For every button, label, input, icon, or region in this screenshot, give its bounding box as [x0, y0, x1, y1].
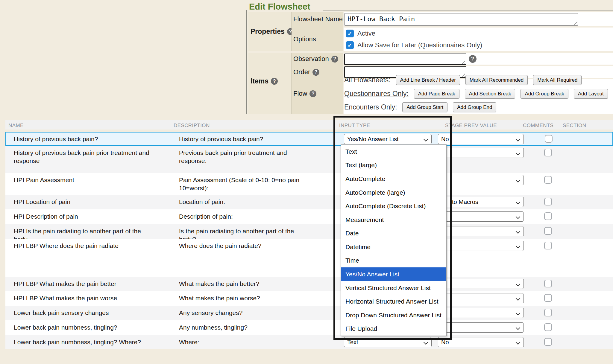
- comments-checkbox[interactable]: [544, 280, 552, 287]
- option-label: Active: [357, 30, 375, 37]
- dropdown-option[interactable]: AutoComplete: [341, 172, 446, 186]
- observation-help-icon[interactable]: ?: [331, 56, 338, 63]
- comments-checkbox[interactable]: [544, 176, 552, 184]
- input-type-select[interactable]: Yes/No Answer List: [344, 134, 432, 144]
- row-description: Description of pain:: [179, 212, 308, 220]
- add-layout-button[interactable]: Add Layout: [574, 89, 608, 99]
- chevron-down-icon: [516, 282, 521, 287]
- items-help-icon[interactable]: ?: [271, 78, 278, 85]
- table-row[interactable]: Lower back pain numbness, tingling?Any n…: [5, 320, 613, 335]
- column-header-name: NAME: [8, 123, 24, 129]
- comments-checkbox[interactable]: [545, 135, 553, 143]
- items-label: Items ?: [251, 77, 278, 85]
- chevron-down-icon: [516, 296, 521, 301]
- mark-all-recommended-button[interactable]: Mark All Recommended: [465, 75, 528, 85]
- add-line-break-header-button[interactable]: Add Line Break / Header: [396, 75, 460, 85]
- chevron-down-icon: [516, 178, 521, 183]
- dropdown-option[interactable]: Time: [341, 254, 446, 268]
- input-type-select[interactable]: Text: [344, 337, 432, 347]
- chevron-down-icon: [516, 244, 521, 249]
- dropdown-option-selected[interactable]: Yes/No Answer List: [341, 267, 446, 281]
- properties-label-text: Properties: [251, 28, 285, 36]
- dropdown-option[interactable]: Datetime: [341, 240, 446, 254]
- dropdown-option[interactable]: Vertical Structured Answer List: [341, 281, 446, 295]
- stage-prev-value-select[interactable]: [438, 241, 524, 251]
- comments-checkbox[interactable]: [544, 294, 552, 302]
- add-group-end-button[interactable]: Add Group End: [453, 102, 496, 112]
- stage-prev-value-select[interactable]: [438, 279, 524, 289]
- dropdown-option[interactable]: Text (large): [341, 159, 446, 172]
- column-header-section: SECTION: [563, 123, 586, 129]
- table-row[interactable]: HPI Location of painLocation of pain:to …: [5, 195, 613, 209]
- row-description: Location of pain:: [179, 198, 308, 206]
- table-row[interactable]: HPI Is the pain radiating to another par…: [5, 224, 613, 239]
- column-header-input-type: INPUT TYPE: [339, 123, 370, 129]
- checkbox-checked-icon[interactable]: ✓: [346, 30, 354, 37]
- row-description: Any numbness, tingling?: [179, 323, 308, 331]
- flowsheet-name-label: Flowsheet Name: [293, 15, 343, 23]
- table-header-row: NAMEDESCRIPTIONINPUT TYPESTAGE PREV VALU…: [5, 120, 613, 130]
- observation-input[interactable]: [344, 54, 466, 65]
- table-row[interactable]: History of previous back pain prior trea…: [5, 146, 613, 173]
- table-row[interactable]: HPI LBP Where does the pain radiateWhere…: [5, 239, 613, 277]
- stage-prev-value-select[interactable]: [438, 293, 524, 303]
- table-row[interactable]: HPI LBP What makes the pain worseWhat ma…: [5, 291, 613, 306]
- column-header-comments: COMMENTS: [523, 123, 553, 129]
- add-group-break-button[interactable]: Add Group Break: [521, 89, 568, 99]
- properties-label: Properties ?: [251, 28, 294, 36]
- add-page-break-button[interactable]: Add Page Break: [414, 89, 459, 99]
- row-name: History of previous back pain prior trea…: [14, 149, 153, 165]
- table-row[interactable]: HPI Pain AssessmentPain Assessment (Scal…: [5, 173, 613, 195]
- stage-prev-value-select[interactable]: [438, 175, 524, 185]
- observation-extra-help-icon[interactable]: ?: [469, 55, 477, 63]
- resize-handle-icon[interactable]: [461, 60, 465, 64]
- dropdown-option[interactable]: Measurement: [341, 213, 446, 227]
- stage-prev-value-select[interactable]: to Macros: [438, 197, 524, 207]
- dropdown-option[interactable]: Drop Down Structured Answer List: [341, 308, 446, 322]
- flow-group: Questionnaires Only:Add Page BreakAdd Se…: [344, 89, 613, 99]
- dropdown-option[interactable]: AutoComplete (Discrete List): [341, 199, 446, 213]
- table-row[interactable]: HPI Description of painDescription of pa…: [5, 209, 613, 224]
- dropdown-option[interactable]: AutoComplete (large): [341, 186, 446, 199]
- table-row[interactable]: HPI LBP What makes the pain betterWhat m…: [5, 277, 613, 291]
- stage-prev-value-select[interactable]: [438, 148, 524, 158]
- add-group-start-button[interactable]: Add Group Start: [402, 102, 447, 112]
- mark-all-required-button[interactable]: Mark All Required: [533, 75, 582, 85]
- comments-checkbox[interactable]: [544, 338, 552, 346]
- flow-group: Encounters Only:Add Group StartAdd Group…: [344, 102, 496, 112]
- stage-prev-value-select[interactable]: [438, 226, 524, 236]
- comments-checkbox[interactable]: [544, 227, 552, 235]
- comments-checkbox[interactable]: [544, 149, 552, 156]
- flow-group: All Flowsheets:Add Line Break / HeaderMa…: [344, 75, 582, 85]
- comments-checkbox[interactable]: [544, 309, 552, 316]
- flowsheet-name-input[interactable]: HPI-Low Back Pain: [344, 13, 578, 26]
- comments-checkbox[interactable]: [544, 212, 552, 220]
- row-name: HPI Pain Assessment: [14, 176, 153, 184]
- table-row[interactable]: History of previous back pain?History of…: [5, 132, 613, 146]
- flow-help-icon[interactable]: ?: [309, 90, 316, 97]
- dropdown-option[interactable]: File Upload: [341, 322, 446, 336]
- add-section-break-button[interactable]: Add Section Break: [465, 89, 515, 99]
- option-label: Allow Save for Later (Questionnaires Onl…: [357, 41, 482, 49]
- dropdown-option[interactable]: Text: [341, 145, 446, 159]
- stage-prev-value-select[interactable]: No: [438, 337, 524, 347]
- stage-prev-value-select[interactable]: [438, 211, 524, 222]
- checkbox-checked-icon[interactable]: ✓: [346, 41, 354, 49]
- table-row[interactable]: Lower back pain sensory changesAny senso…: [5, 306, 613, 320]
- chevron-down-icon: [516, 340, 521, 345]
- stage-prev-value-select[interactable]: [438, 308, 524, 318]
- comments-checkbox[interactable]: [544, 198, 552, 205]
- row-description: Pain Assessment (Scale of 0-10: 0=no pai…: [179, 176, 308, 192]
- comments-checkbox[interactable]: [544, 242, 552, 249]
- chevron-down-icon: [516, 311, 521, 316]
- stage-prev-value-select-value: No: [438, 339, 449, 346]
- comments-checkbox[interactable]: [544, 323, 552, 331]
- dropdown-option[interactable]: Date: [341, 226, 446, 240]
- flow-group-label: All Flowsheets:: [344, 76, 391, 84]
- dropdown-option[interactable]: Horizontal Structured Answer List: [341, 295, 446, 308]
- flow-label: Flow ?: [293, 90, 316, 98]
- order-help-icon[interactable]: ?: [312, 69, 319, 76]
- stage-prev-value-select[interactable]: No: [438, 134, 524, 144]
- table-row[interactable]: Lower back pain numbness, tingling? Wher…: [5, 335, 613, 349]
- stage-prev-value-select[interactable]: [438, 322, 524, 333]
